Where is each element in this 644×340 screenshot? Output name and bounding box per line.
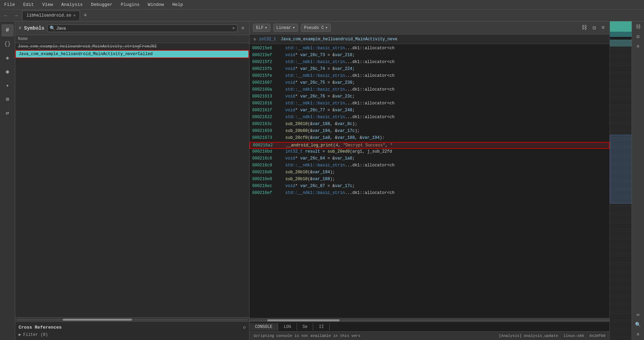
console-tab[interactable]: CONSOLE — [249, 323, 278, 331]
linear-dropdown[interactable]: Linear ▾ — [273, 24, 298, 32]
menu-analysis[interactable]: Analysis — [60, 1, 84, 8]
symbol-item-1[interactable]: Java_com_example_helloandroid_MainActivi… — [15, 50, 249, 58]
menu-view[interactable]: View — [41, 1, 54, 8]
minimap-area: ⛓ ⊡ ≡ ∞ 🔍 ≡ — [610, 21, 644, 340]
code-line-13: 00021673 sub_20cf0(&var_1a0, &var_188, &… — [249, 135, 610, 142]
symbols-scrollbar-horizontal[interactable] — [15, 317, 249, 321]
right-link-icon[interactable]: ⛓ — [634, 23, 642, 31]
menu-help[interactable]: Help — [171, 1, 184, 8]
right-toolbar: ⛓ ⊡ ≡ ∞ 🔍 ≡ — [632, 21, 644, 340]
search-icon: 🔍 — [50, 25, 55, 31]
menu-debugger[interactable]: Debugger — [90, 1, 114, 8]
symbol-item-0[interactable]: Java_com_example_helloandroid_MainActivi… — [15, 43, 249, 50]
pseudo-c-dropdown[interactable]: Pseudo C ▾ — [301, 24, 331, 32]
pseudo-c-label: Pseudo C — [304, 25, 324, 30]
transform-icon: ⇄ — [6, 110, 9, 116]
cross-ref-filter[interactable]: ▶ Filter (0) — [19, 332, 246, 337]
split-icon-button[interactable]: ⊡ — [591, 24, 597, 32]
addr-1: 000215ef — [249, 52, 284, 59]
analysis-status: [Analysis] Analysis_update — [499, 334, 558, 338]
sidebar-item-code[interactable]: {} — [1, 38, 14, 50]
code-line-16: 000216c6 void* var_26c_84 = &var_1a0; — [249, 156, 610, 163]
func-name: Java_com_example_helloandroid_MainActivi… — [281, 37, 397, 42]
right-lines-icon[interactable]: ≡ — [635, 330, 641, 339]
code-3: void* var_26c_74 = &var_224; — [284, 66, 610, 73]
refresh-icon[interactable]: ↻ — [254, 37, 256, 42]
code-line-19: 000216e0 sub_20b10(&var_188); — [249, 176, 610, 183]
back-button[interactable]: ← — [1, 11, 10, 20]
sidebar-item-grid[interactable]: ⊞ — [1, 93, 14, 105]
symbols-menu-button[interactable]: ≡ — [240, 25, 246, 32]
menu-icon-button[interactable]: ≡ — [600, 24, 606, 32]
se-tab[interactable]: Se — [297, 323, 313, 331]
sidebar-item-types[interactable]: ◉ — [1, 65, 14, 78]
code-0: std::__ndk1::basic_strin...dk1::allocato… — [284, 45, 610, 52]
sidebar-item-tags[interactable]: ◈ — [1, 52, 14, 64]
menu-file[interactable]: File — [3, 1, 16, 8]
tab-libhelloandroid[interactable]: libhelloandroid.so ✕ — [22, 11, 80, 20]
menu-window[interactable]: Window — [146, 1, 165, 8]
addr-0: 000215e6 — [249, 45, 284, 52]
scripting-status: Scripting console is not available in th… — [254, 334, 360, 338]
forward-button[interactable]: → — [12, 11, 21, 20]
code-scrollbar-horizontal[interactable] — [249, 318, 610, 322]
elf-label: ELF — [256, 25, 264, 30]
addr-18: 000216d8 — [249, 169, 284, 176]
addr-11: 0002163c — [249, 121, 284, 128]
filter-chevron-icon: ▶ — [19, 332, 21, 337]
sidebar-item-transform[interactable]: ⇄ — [1, 107, 14, 119]
symbols-hash-icon: # — [19, 25, 21, 31]
sidebar-item-debug[interactable]: ✦ — [1, 79, 14, 92]
ii-tab[interactable]: II — [313, 323, 329, 331]
search-clear-button[interactable]: ✕ — [232, 25, 235, 31]
code-scroll-thumb — [267, 319, 339, 321]
sidebar-icons: # {} ◈ ◉ ✦ ⊞ ⇄ — [0, 21, 15, 340]
symbols-title: Symbols — [24, 25, 44, 31]
name-col-label: Name — [18, 37, 28, 41]
tab-add-button[interactable]: + — [81, 12, 89, 19]
addr-9: 0002161f — [249, 107, 284, 114]
code-content[interactable]: 000215e6 std::__ndk1::basic_strin...dk1:… — [249, 44, 610, 318]
code-19: sub_20b10(&var_188); — [284, 176, 610, 183]
sidebar-item-symbols[interactable]: # — [1, 24, 14, 37]
right-split-icon[interactable]: ⊡ — [635, 32, 641, 41]
right-menu-icon[interactable]: ≡ — [635, 42, 641, 51]
cross-ref-header: Cross References ◇ — [19, 324, 246, 330]
code-line-1: 000215ef void* var_26c_73 = &var_218; — [249, 52, 610, 59]
symbols-search-input[interactable] — [57, 25, 231, 31]
addr-7: 00021613 — [249, 94, 284, 101]
addr-2: 000215f2 — [249, 59, 284, 66]
tab-close-button[interactable]: ✕ — [73, 13, 76, 18]
log-tab[interactable]: LOG — [278, 323, 297, 331]
code-line-21: 000216ef std::__ndk1::basic_strin...dk1:… — [249, 190, 610, 197]
code-line-8: 00021616 std::__ndk1::basic_strin...dk1:… — [249, 101, 610, 107]
menu-edit[interactable]: Edit — [22, 1, 35, 8]
addr-19: 000216e0 — [249, 176, 284, 183]
code-line-2: 000215f2 std::__ndk1::basic_strin...dk1:… — [249, 59, 610, 66]
cross-ref-pin-button[interactable]: ◇ — [243, 324, 246, 330]
bug-icon: ✦ — [6, 82, 9, 89]
elf-dropdown[interactable]: ELF ▾ — [253, 24, 270, 32]
menu-plugins[interactable]: Plugins — [120, 1, 141, 8]
addr-3: 000215fb — [249, 66, 284, 73]
cross-ref-title: Cross References — [19, 325, 62, 330]
code-12: sub_20b60(&var_194, &var_17c); — [284, 128, 610, 135]
main-area: # {} ◈ ◉ ✦ ⊞ ⇄ # Symbols 🔍 ✕ — [0, 21, 644, 340]
tab-bar: ← → libhelloandroid.so ✕ + — [0, 10, 644, 21]
link-icon-button[interactable]: ⛓ — [580, 24, 589, 32]
status-right: [Analysis] Analysis_update linux-x86 0x2… — [499, 334, 605, 338]
code-line-18: 000216d8 sub_20b10(&var_194); — [249, 169, 610, 176]
person-icon: ◉ — [6, 68, 9, 75]
symbol-label-1: Java_com_example_helloandroid_MainActivi… — [19, 52, 153, 56]
right-search-icon[interactable]: 🔍 — [634, 320, 642, 329]
right-infinity-icon[interactable]: ∞ — [635, 311, 641, 319]
addr-14: 000216a2 — [250, 143, 285, 148]
status-bar: Scripting console is not available in th… — [249, 332, 610, 340]
symbols-search-box: 🔍 ✕ — [47, 24, 237, 32]
code-line-11: 0002163c sub_20610(&var_188, &var_8c); — [249, 121, 610, 128]
addr-15: 000216bd — [249, 149, 284, 156]
code-line-14: 000216a2 __android_log_print(4, "Decrypt… — [249, 142, 610, 149]
code-5: void* var_26c_75 = &var_230; — [284, 80, 610, 87]
addr-5: 00021607 — [249, 80, 284, 87]
menu-bar: File Edit View Analysis Debugger Plugins… — [0, 0, 644, 10]
